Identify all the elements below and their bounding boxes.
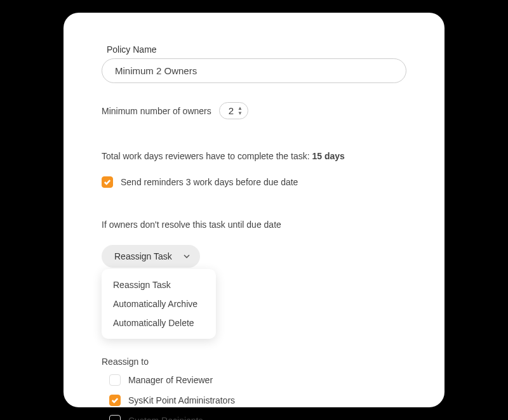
chevron-down-icon: [184, 254, 190, 258]
dropdown-item-reassign[interactable]: Reassign Task: [102, 275, 216, 294]
reassign-to-label: Reassign to: [102, 357, 406, 367]
min-owners-value: 2: [229, 105, 234, 116]
action-dropdown-menu: Reassign Task Automatically Archive Auto…: [102, 269, 216, 339]
min-owners-label: Minimum number of owners: [102, 106, 211, 116]
policy-name-label: Policy Name: [107, 44, 406, 55]
action-dropdown[interactable]: Reassign Task: [102, 245, 200, 268]
reminder-checkbox[interactable]: [102, 176, 113, 188]
reminder-label: Send reminders 3 work days before due da…: [121, 177, 298, 187]
task-days-prefix: Total work days reviewers have to comple…: [102, 151, 312, 161]
action-dropdown-value: Reassign Task: [114, 251, 172, 261]
reassign-checkbox-custom[interactable]: [109, 415, 121, 420]
reassign-checkbox-manager[interactable]: [109, 374, 121, 386]
policy-settings-panel: Policy Name Minimum number of owners 2 ▲…: [64, 13, 444, 407]
conditional-text: If owners don't resolve this task until …: [102, 220, 406, 230]
task-days-text: Total work days reviewers have to comple…: [102, 151, 406, 161]
stepper-down-icon[interactable]: ▼: [237, 111, 243, 116]
reassign-label-admins: SysKit Point Administrators: [128, 395, 235, 405]
dropdown-item-archive[interactable]: Automatically Archive: [102, 294, 216, 313]
dropdown-item-delete[interactable]: Automatically Delete: [102, 313, 216, 332]
reassign-label-custom: Custom Recipients: [128, 416, 203, 420]
reassign-label-manager: Manager of Reviewer: [128, 375, 213, 385]
task-days-value: 15 days: [312, 151, 344, 161]
reassign-checkbox-admins[interactable]: [109, 395, 121, 406]
policy-name-input[interactable]: [102, 58, 406, 83]
min-owners-stepper[interactable]: 2 ▲ ▼: [219, 102, 248, 119]
